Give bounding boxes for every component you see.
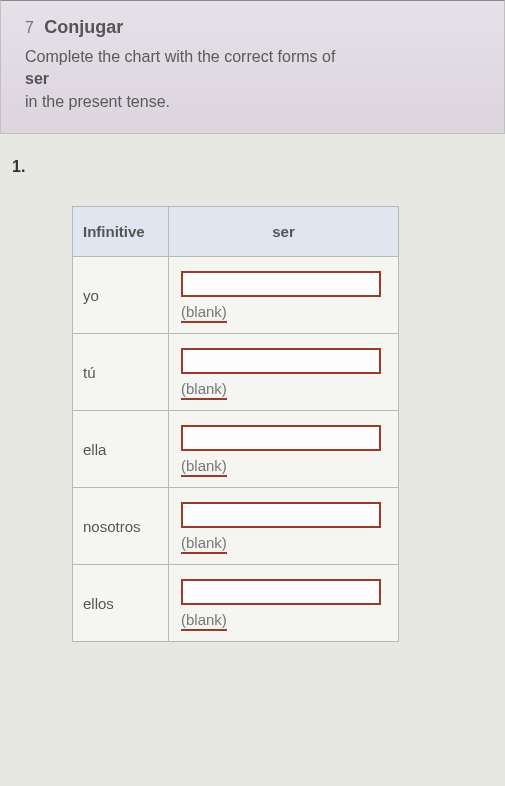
answer-input-ellos[interactable]	[181, 579, 381, 605]
table-row: nosotros (blank)	[73, 488, 399, 565]
table-row: yo (blank)	[73, 257, 399, 334]
answer-cell: (blank)	[169, 411, 399, 488]
answer-cell: (blank)	[169, 565, 399, 642]
answer-input-nosotros[interactable]	[181, 502, 381, 528]
conjugation-table: Infinitive ser yo (blank) tú (blank) e	[72, 206, 399, 642]
instruction-text-1: Complete the chart with the correct form…	[25, 48, 335, 65]
table-row: ellos (blank)	[73, 565, 399, 642]
instruction-verb: ser	[25, 68, 484, 90]
pronoun-cell: ella	[73, 411, 169, 488]
blank-label: (blank)	[181, 380, 227, 400]
answer-input-ella[interactable]	[181, 425, 381, 451]
pronoun-cell: nosotros	[73, 488, 169, 565]
answer-cell: (blank)	[169, 334, 399, 411]
answer-cell: (blank)	[169, 488, 399, 565]
instruction-text-2: in the present tense.	[25, 91, 484, 113]
exercise-number: 7	[25, 19, 34, 37]
table-row: ella (blank)	[73, 411, 399, 488]
header-infinitive: Infinitive	[73, 207, 169, 257]
answer-input-yo[interactable]	[181, 271, 381, 297]
pronoun-cell: ellos	[73, 565, 169, 642]
blank-label: (blank)	[181, 457, 227, 477]
table-header-row: Infinitive ser	[73, 207, 399, 257]
exercise-heading: 7 Conjugar	[25, 17, 484, 38]
answer-input-tu[interactable]	[181, 348, 381, 374]
exercise-title: Conjugar	[44, 17, 123, 38]
blank-label: (blank)	[181, 534, 227, 554]
question-number: 1.	[12, 158, 505, 176]
exercise-instructions: Complete the chart with the correct form…	[25, 46, 484, 113]
answer-cell: (blank)	[169, 257, 399, 334]
blank-label: (blank)	[181, 303, 227, 323]
conjugation-table-wrap: Infinitive ser yo (blank) tú (blank) e	[72, 206, 505, 642]
header-verb: ser	[169, 207, 399, 257]
pronoun-cell: yo	[73, 257, 169, 334]
table-row: tú (blank)	[73, 334, 399, 411]
blank-label: (blank)	[181, 611, 227, 631]
pronoun-cell: tú	[73, 334, 169, 411]
exercise-header: 7 Conjugar Complete the chart with the c…	[0, 0, 505, 134]
